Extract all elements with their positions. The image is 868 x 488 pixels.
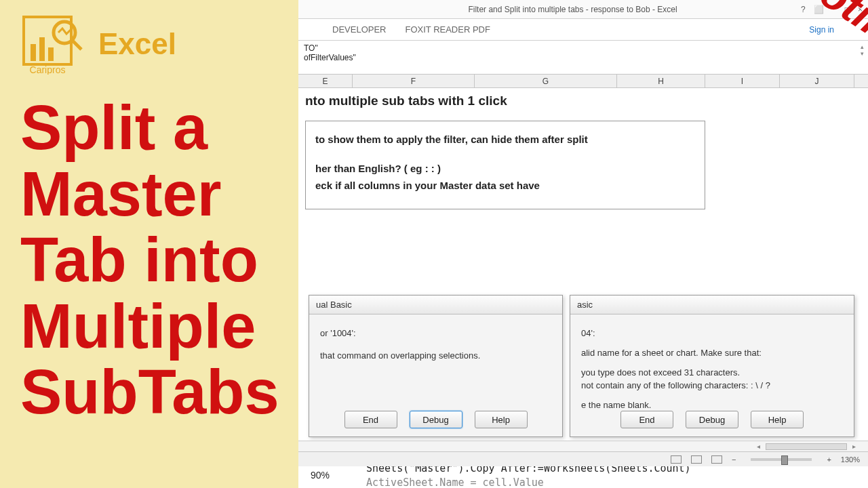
formula-line2: ofFilterValues" xyxy=(304,53,863,62)
maximize-icon[interactable]: □ xyxy=(845,5,850,14)
col-E[interactable]: E xyxy=(298,75,353,87)
dialog2-msg1: alid name for a sheet or chart. Make sur… xyxy=(581,348,843,358)
dialog2-msg3: not contain any of the following charact… xyxy=(581,380,843,390)
zoom-level[interactable]: 130% xyxy=(841,455,860,464)
dialog1-debug-button[interactable]: Debug xyxy=(410,411,462,428)
svg-rect-3 xyxy=(48,47,54,61)
minimize-icon[interactable]: − xyxy=(832,5,837,14)
svg-text:Caripros: Caripros xyxy=(30,64,66,75)
dialog1-end-button[interactable]: End xyxy=(344,411,397,428)
col-I[interactable]: I xyxy=(705,75,780,87)
formula-bar[interactable]: TO" ofFilterValues" ▴▾ xyxy=(298,41,868,75)
dialog1-message: that command on overlapping selections. xyxy=(320,350,551,361)
formula-line1: TO" xyxy=(304,43,863,53)
vb-error-dialog-1: ual Basic or '1004': that command on ove… xyxy=(309,295,563,437)
dialog1-help-button[interactable]: Help xyxy=(475,411,528,428)
dialog1-title: ual Basic xyxy=(309,296,562,314)
dialog2-title: asic xyxy=(570,296,854,314)
svg-rect-1 xyxy=(31,44,36,61)
percent-2: 90% xyxy=(311,468,351,483)
tab-foxit[interactable]: FOXIT READER PDF xyxy=(405,24,490,35)
dialog2-help-button[interactable]: Help xyxy=(751,411,804,428)
formula-expand-icon[interactable]: ▴▾ xyxy=(861,43,864,57)
col-G[interactable]: G xyxy=(475,75,617,87)
view-pagebreak-icon[interactable] xyxy=(711,455,722,464)
signin-link[interactable]: Sign in xyxy=(809,25,834,35)
svg-line-5 xyxy=(73,41,81,49)
promo-headline: Split a Master Tab into Multiple SubTabs xyxy=(20,95,285,426)
ribbon-tabs: DEVELOPER FOXIT READER PDF Sign in xyxy=(298,19,868,41)
tab-developer[interactable]: DEVELOPER xyxy=(332,24,386,35)
dialog2-msg2: you type does not exceed 31 characters. xyxy=(581,367,843,378)
col-F[interactable]: F xyxy=(353,75,475,87)
sheet-content: nto multiple sub tabs with 1 click to sh… xyxy=(298,88,868,215)
zoom-slider[interactable] xyxy=(751,458,812,461)
dialog2-error-code: 04': xyxy=(581,328,843,338)
col-H[interactable]: H xyxy=(617,75,705,87)
left-promo-panel: Caripros Excel Split a Master Tab into M… xyxy=(0,0,298,488)
notes-box: to show them to apply the filter, can hi… xyxy=(305,121,705,209)
svg-rect-2 xyxy=(39,37,45,61)
vb-error-dialog-2: asic 04': alid name for a sheet or chart… xyxy=(570,295,854,437)
status-bar: − + 130% xyxy=(298,451,868,466)
close-icon[interactable]: × xyxy=(858,5,863,14)
view-normal-icon[interactable] xyxy=(671,455,682,464)
help-icon[interactable]: ? xyxy=(801,5,806,14)
horizontal-scrollbar[interactable]: ◂ ▸ xyxy=(298,441,868,451)
brand-logo: Caripros Excel xyxy=(20,14,285,75)
dialog1-error-code: or '1004': xyxy=(320,328,551,338)
note-3: eck if all columns in your Master data s… xyxy=(315,180,695,191)
dialog2-msg4: e the name blank. xyxy=(581,400,843,410)
dialog2-end-button[interactable]: End xyxy=(620,411,673,428)
view-layout-icon[interactable] xyxy=(691,455,702,464)
title-bar: Filter and Split into multiple tabs - re… xyxy=(298,0,868,19)
note-2: her than English? ( eg : : ) xyxy=(315,163,695,174)
window-title: Filter and Split into multiple tabs - re… xyxy=(344,5,801,14)
product-name: Excel xyxy=(98,27,176,61)
note-1: to show them to apply the filter, can hi… xyxy=(315,134,695,145)
ribbon-toggle-icon[interactable]: ⬜ xyxy=(814,5,824,14)
window-controls: ? ⬜ − □ × xyxy=(801,5,863,14)
code-line-3: ActiveSheet.Name = cell.Value xyxy=(366,476,691,488)
column-headers: E F G H I J xyxy=(298,75,868,88)
excel-window: Filter and Split into multiple tabs - re… xyxy=(298,0,868,488)
dialog2-debug-button[interactable]: Debug xyxy=(686,411,738,428)
spreadsheet-grid[interactable]: E F G H I J nto multiple sub tabs with 1… xyxy=(298,75,868,466)
sheet-heading: nto multiple sub tabs with 1 click xyxy=(305,94,861,108)
caripros-logo-icon: Caripros xyxy=(20,14,88,75)
col-J[interactable]: J xyxy=(780,75,854,87)
